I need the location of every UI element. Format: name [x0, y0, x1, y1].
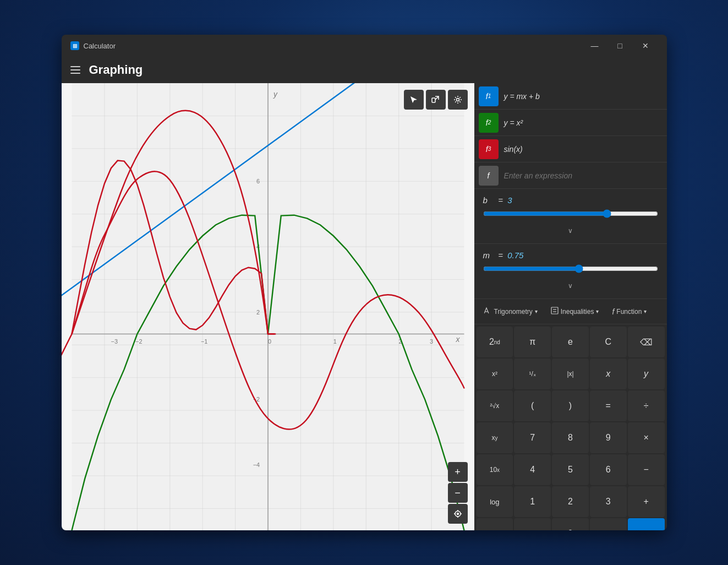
- func-label: Function: [616, 308, 642, 316]
- svg-text:3: 3: [430, 338, 433, 345]
- function-row-3[interactable]: f3 sin(x): [474, 136, 667, 162]
- ineq-dropdown-arrow: ▾: [596, 308, 599, 314]
- zoom-fit-button[interactable]: [448, 504, 468, 524]
- svg-text:0: 0: [267, 338, 271, 345]
- key-x[interactable]: x: [590, 358, 627, 389]
- variable-b-row: b = 3: [483, 195, 658, 205]
- var-b-value: 3: [507, 195, 529, 205]
- key-equals[interactable]: =: [590, 390, 627, 421]
- app-header: Graphing: [62, 57, 667, 83]
- key-sqrt[interactable]: ²√x: [477, 390, 513, 421]
- collapse-b-button[interactable]: ∨: [483, 225, 658, 237]
- svg-rect-51: [551, 307, 558, 314]
- calculator-section: Trigonometry ▾ Inequaliti: [474, 299, 667, 530]
- key-enter[interactable]: ↵: [628, 518, 665, 530]
- slider-m-container: [483, 264, 658, 275]
- calculator-window: ⊞ Calculator — □ ✕ Graphing: [62, 35, 667, 530]
- svg-point-43: [456, 99, 459, 101]
- key-x-to-y[interactable]: xy: [477, 422, 513, 453]
- key-4[interactable]: 4: [514, 454, 551, 485]
- f1-badge: f1: [479, 86, 499, 106]
- key-multiply[interactable]: ×: [628, 422, 665, 453]
- maximize-button[interactable]: □: [607, 35, 633, 57]
- f2-badge: f2: [479, 113, 499, 133]
- svg-text:y: y: [272, 90, 277, 99]
- key-e[interactable]: e: [552, 327, 589, 357]
- settings-graph-button[interactable]: [448, 90, 468, 110]
- main-area: y x 6 4 2 −2 −4 −2 −1 0 1 2 −3 3: [62, 83, 667, 530]
- key-9[interactable]: 9: [590, 422, 627, 453]
- svg-text:x: x: [455, 335, 460, 344]
- function-input[interactable]: [504, 171, 663, 180]
- zoom-out-button[interactable]: −: [448, 483, 468, 503]
- trigonometry-button[interactable]: Trigonometry ▾: [479, 303, 543, 319]
- trig-label: Trigonometry: [494, 308, 533, 316]
- close-button[interactable]: ✕: [633, 35, 658, 57]
- key-8[interactable]: 8: [552, 422, 589, 453]
- key-add[interactable]: +: [628, 486, 665, 517]
- function-row-1[interactable]: f1 y = mx + b: [474, 83, 667, 110]
- window-controls: — □ ✕: [582, 35, 658, 57]
- key-3[interactable]: 3: [590, 486, 627, 517]
- svg-text:−3: −3: [111, 338, 117, 345]
- function-button[interactable]: f Function ▾: [606, 304, 652, 319]
- key-close-paren[interactable]: ): [552, 390, 589, 421]
- graph-area: y x 6 4 2 −2 −4 −2 −1 0 1 2 −3 3: [62, 83, 474, 530]
- svg-text:−4: −4: [253, 461, 259, 468]
- key-left-arrow[interactable]: ←: [514, 518, 551, 530]
- key-clear[interactable]: C: [590, 327, 627, 357]
- key-y[interactable]: y: [628, 358, 665, 389]
- key-open-paren[interactable]: (: [514, 390, 551, 421]
- calc-toolbar: Trigonometry ▾ Inequaliti: [474, 299, 667, 324]
- key-ln[interactable]: ln: [477, 518, 513, 530]
- key-5[interactable]: 5: [552, 454, 589, 485]
- key-backspace[interactable]: ⌫: [628, 327, 665, 357]
- cursor-tool-button[interactable]: [404, 90, 424, 110]
- key-7[interactable]: 7: [514, 422, 551, 453]
- ineq-icon: [551, 307, 559, 316]
- zoom-controls: + −: [448, 462, 468, 524]
- zoom-in-button[interactable]: +: [448, 462, 468, 482]
- key-1[interactable]: 1: [514, 486, 551, 517]
- graph-toolbar: [404, 90, 468, 110]
- functions-list: f1 y = mx + b f2 y = x² f3: [474, 83, 667, 189]
- key-10-to-x[interactable]: 10x: [477, 454, 513, 485]
- key-abs[interactable]: |x|: [552, 358, 589, 389]
- svg-text:6: 6: [256, 178, 260, 184]
- function-row-2[interactable]: f2 y = x²: [474, 110, 667, 136]
- trig-icon: [484, 307, 492, 316]
- svg-text:−1: −1: [200, 338, 207, 345]
- key-log[interactable]: log: [477, 486, 513, 517]
- key-0[interactable]: 0: [552, 518, 589, 530]
- key-divide[interactable]: ÷: [628, 390, 665, 421]
- inequalities-button[interactable]: Inequalities ▾: [545, 303, 605, 319]
- key-decimal[interactable]: .: [590, 518, 627, 530]
- key-subtract[interactable]: −: [628, 454, 665, 485]
- f3-badge: f3: [479, 139, 499, 159]
- collapse-m-button[interactable]: ∨: [483, 280, 658, 292]
- graph-canvas: y x 6 4 2 −2 −4 −2 −1 0 1 2 −3 3: [62, 83, 474, 530]
- menu-button[interactable]: [70, 66, 80, 74]
- titlebar: ⊞ Calculator — □ ✕: [62, 35, 667, 57]
- key-pi[interactable]: π: [514, 327, 551, 357]
- function-row-4[interactable]: f: [474, 162, 667, 189]
- key-x-squared[interactable]: x²: [477, 358, 513, 389]
- key-reciprocal[interactable]: ¹/ₓ: [514, 358, 551, 389]
- slider-m[interactable]: [483, 264, 658, 273]
- app-icon: ⊞: [70, 41, 79, 50]
- right-panel: f1 y = mx + b f2 y = x² f3: [474, 83, 667, 530]
- f1-expr: y = mx + b: [504, 92, 540, 101]
- svg-text:−2: −2: [135, 338, 142, 345]
- variable-m-row: m = 0.75: [483, 251, 658, 260]
- slider-b[interactable]: [483, 209, 658, 218]
- variable-b-section: b = 3 ∨: [474, 189, 667, 244]
- key-2nd[interactable]: 2nd: [477, 327, 513, 357]
- key-2[interactable]: 2: [552, 486, 589, 517]
- var-m-label: m: [483, 251, 494, 260]
- trig-dropdown-arrow: ▾: [535, 308, 538, 314]
- minimize-button[interactable]: —: [582, 35, 607, 57]
- share-button[interactable]: [426, 90, 446, 110]
- app-content: Graphing: [62, 57, 667, 530]
- key-6[interactable]: 6: [590, 454, 627, 485]
- func-dropdown-arrow: ▾: [644, 308, 647, 314]
